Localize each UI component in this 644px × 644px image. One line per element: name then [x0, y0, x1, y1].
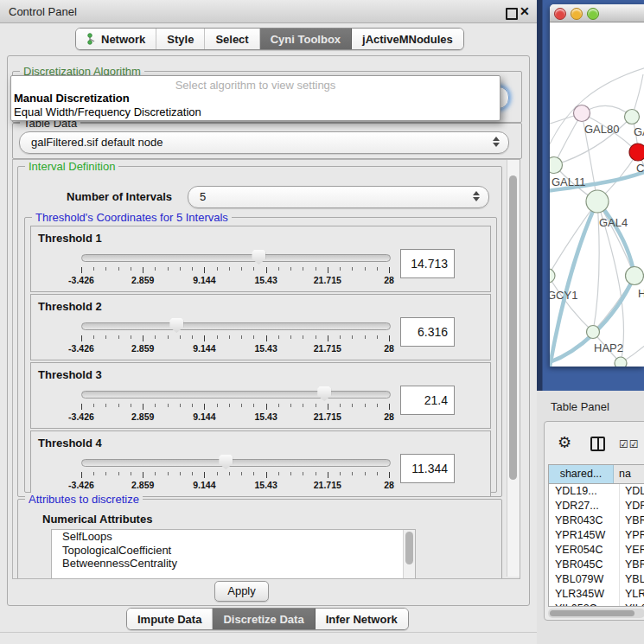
float-window-icon[interactable] [506, 8, 518, 20]
scale-tick-label: -3.426 [68, 275, 94, 285]
threshold-value-field[interactable]: 11.344 [400, 454, 455, 483]
node-label: H [638, 287, 644, 300]
table-row[interactable]: YIL052CYIL0 [549, 602, 644, 607]
node-label: GCY1 [550, 289, 577, 302]
scale-tick-label: 28 [384, 480, 394, 490]
scale-tick-label: 2.859 [131, 480, 154, 490]
attribute-list-item[interactable]: SelfLoops [52, 530, 415, 544]
dropdown-item-manual-discretization[interactable]: Manual Discretization [14, 92, 130, 105]
table-hscrollbar[interactable] [548, 609, 644, 618]
tab-impute-data[interactable]: Impute Data [127, 609, 213, 629]
table-row[interactable]: YPR145WYPR1 [549, 528, 644, 543]
node-bottom-partial [615, 357, 627, 367]
numerical-attributes-list[interactable]: SelfLoopsTopologicalCoefficientBetweenne… [51, 529, 416, 579]
settings-scrollbar[interactable] [507, 160, 520, 577]
zoom-traffic-light-icon[interactable] [587, 8, 599, 20]
numerical-attributes-label: Numerical Attributes [42, 513, 152, 526]
threshold-slider[interactable]: -3.4262.8599.14415.4321.71528 [81, 252, 389, 290]
bottom-tab-bar: Impute Data Discretize Data Infer Networ… [126, 608, 409, 630]
node-gal4 [586, 190, 609, 213]
attribute-list-item[interactable]: TopologicalCoefficient [52, 544, 415, 558]
table-row[interactable]: YDR27...YDR2 [549, 499, 644, 513]
scale-tick-label: -3.426 [68, 343, 94, 354]
close-icon[interactable]: ✕ [520, 4, 530, 18]
scrollbar-thumb[interactable] [509, 175, 517, 480]
scale-tick-label: 28 [384, 411, 394, 422]
threshold-value-field[interactable]: 21.4 [400, 386, 455, 415]
screen: Control Panel ✕ Network Style Select Cyn… [0, 0, 644, 644]
slider-track[interactable] [81, 391, 391, 399]
select-columns-icon[interactable]: ☑☑ [619, 438, 640, 450]
table-row[interactable]: YBR045CYBR0 [549, 558, 644, 572]
scale-tick-label: -3.426 [68, 480, 94, 490]
split-columns-icon[interactable] [590, 437, 605, 451]
threshold-slider[interactable]: -3.4262.8599.14415.4321.71528 [81, 457, 389, 495]
network-window-titlebar[interactable] [550, 4, 644, 22]
table-rows: YDL19...YDL1YDR27...YDR2YBR043CYBR0YPR14… [549, 484, 644, 607]
slider-scale-labels: -3.4262.8599.14415.4321.71528 [81, 275, 389, 285]
slider-thumb[interactable] [252, 250, 265, 265]
table-row[interactable]: YDL19...YDL1 [549, 484, 644, 499]
table-panel-body: ⚙ ☑☑ shared... na YDL19...YDL1YDR27...YD… [544, 421, 644, 621]
table-row[interactable]: YER054CYER0 [549, 543, 644, 558]
node-gcy1 [550, 269, 555, 283]
apply-button[interactable]: Apply [214, 581, 269, 602]
node-table[interactable]: shared... na YDL19...YDL1YDR27...YDR2YBR… [548, 464, 644, 607]
threshold-label: Threshold 1 [38, 232, 102, 245]
combobox-value: 5 [200, 190, 206, 203]
threshold-value-field[interactable]: 6.316 [400, 317, 455, 347]
column-header-shared-name[interactable]: shared... [549, 465, 614, 483]
node-label: GAL80 [584, 123, 619, 136]
threshold-slider[interactable]: -3.4262.8599.14415.4321.71528 [81, 321, 389, 359]
network-canvas[interactable]: GAL80 GA C GAL11 GAL4 GCY1 H HAP2 [550, 22, 644, 367]
table-row[interactable]: YLR345WYLR3 [549, 587, 644, 602]
network-window[interactable]: GAL80 GA C GAL11 GAL4 GCY1 H HAP2 [550, 4, 644, 367]
node-label: C [636, 162, 644, 175]
scale-tick-label: 2.859 [131, 411, 154, 422]
tab-jactivemnodules[interactable]: jActiveMNodules [352, 29, 463, 49]
table-data-combobox[interactable]: galFiltered.sif default node [19, 131, 509, 154]
scale-tick-label: 21.715 [314, 411, 341, 422]
table-row[interactable]: YBL079WYBL0 [549, 572, 644, 587]
node-label: HAP2 [594, 341, 623, 354]
tab-cyni-toolbox[interactable]: Cyni Toolbox [260, 29, 352, 49]
node-hap2 [587, 326, 600, 339]
group-title: Threshold's Coordinates for 5 Intervals [32, 211, 232, 224]
column-header-name[interactable]: na [614, 465, 644, 483]
tab-style[interactable]: Style [156, 29, 205, 49]
table-row[interactable]: YBR043CYBR0 [549, 513, 644, 528]
list-scrollbar[interactable] [403, 530, 415, 579]
gear-icon[interactable]: ⚙ [558, 433, 571, 452]
slider-thumb[interactable] [169, 318, 183, 333]
minimize-traffic-light-icon[interactable] [571, 8, 583, 20]
threshold-slider[interactable]: -3.4262.8599.14415.4321.71528 [81, 389, 389, 427]
settings-scrollpane: Interval Definition Number of Intervals … [12, 159, 520, 579]
tab-infer-network[interactable]: Infer Network [316, 609, 408, 629]
number-of-intervals-combobox[interactable]: 5 [188, 186, 489, 208]
slider-thumb[interactable] [219, 455, 233, 469]
table-data-group: Table Data galFiltered.sif default node [12, 123, 522, 159]
threshold-value-field[interactable]: 14.713 [400, 249, 455, 278]
algorithm-dropdown-popup: Select algorithm to view settings Manual… [10, 75, 501, 121]
attribute-list-item[interactable]: BetweennessCentrality [52, 557, 415, 571]
slider-track[interactable] [81, 459, 391, 467]
slider-thumb[interactable] [317, 386, 331, 401]
tab-select[interactable]: Select [205, 29, 259, 49]
scale-tick-label: 15.43 [254, 275, 277, 285]
slider-track[interactable] [81, 322, 391, 330]
slider-track[interactable] [81, 254, 391, 262]
slider-scale-labels: -3.4262.8599.14415.4321.71528 [81, 411, 389, 422]
threshold-row: Threshold 1 -3.4262.8599.14415.4321.7152… [30, 226, 491, 292]
attribute-items: SelfLoopsTopologicalCoefficientBetweenne… [52, 530, 415, 571]
scrollbar-thumb[interactable] [550, 610, 634, 616]
threshold-label: Threshold 2 [38, 300, 102, 313]
close-traffic-light-icon[interactable] [554, 8, 566, 20]
panel-title: Control Panel [9, 5, 77, 18]
tab-discretize-data[interactable]: Discretize Data [213, 609, 315, 629]
scale-tick-label: 15.43 [254, 480, 277, 490]
scale-tick-label: 9.144 [193, 275, 215, 285]
scale-tick-label: 21.715 [314, 343, 341, 354]
dropdown-item-equal-width-frequency[interactable]: Equal Width/Frequency Discretization [14, 105, 201, 118]
tab-network[interactable]: Network [76, 29, 156, 49]
slider-ticks [81, 472, 389, 479]
